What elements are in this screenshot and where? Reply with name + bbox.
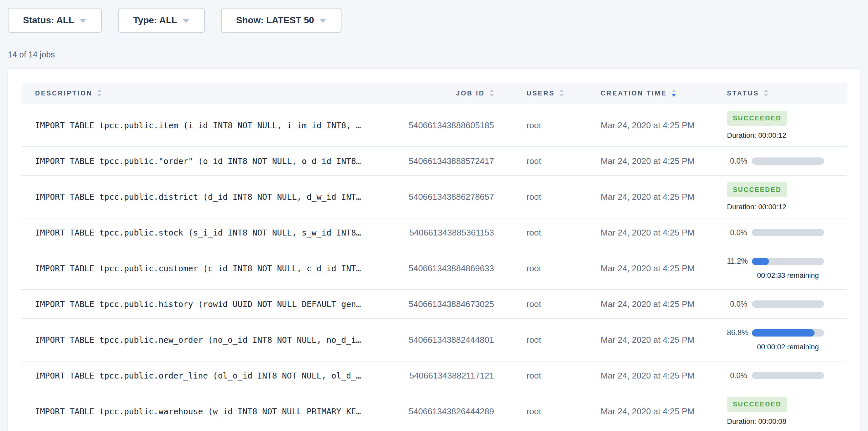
job-description: IMPORT TABLE tpcc.public."order" (o_id I… (21, 156, 405, 166)
progress-track (752, 157, 824, 165)
progress-track (752, 372, 824, 379)
progress-bar: 0.0% (727, 157, 831, 166)
job-description: IMPORT TABLE tpcc.public.district (d_id … (21, 192, 405, 202)
column-header-creation_time[interactable]: CREATION TIME (601, 90, 727, 97)
progress-track (752, 258, 824, 265)
job-description: IMPORT TABLE tpcc.public.customer (c_id … (21, 264, 405, 273)
job-id: 540661343888572417 (405, 156, 527, 166)
column-label: JOB ID (456, 90, 485, 97)
column-label: STATUS (727, 90, 759, 97)
column-header-description[interactable]: DESCRIPTION (21, 90, 405, 97)
table-row: IMPORT TABLE tpcc.public.customer (c_id … (21, 247, 847, 290)
table-row: IMPORT TABLE tpcc.public.new_order (no_o… (21, 319, 847, 362)
chevron-down-icon (80, 19, 87, 23)
job-user: root (527, 299, 601, 309)
progress-bar: 0.0% (727, 228, 831, 237)
filters-bar: Status: ALL Type: ALL Show: LATEST 50 (0, 0, 868, 33)
column-header-job_id[interactable]: JOB ID (405, 90, 527, 97)
sort-desc-icon (559, 94, 564, 97)
progress-bar: 0.0% (727, 300, 831, 309)
sort-icon (672, 89, 676, 97)
job-user: root (527, 264, 601, 274)
job-creation-time: Mar 24, 2020 at 4:25 PM (601, 228, 727, 238)
table-row: IMPORT TABLE tpcc.public.history (rowid … (21, 290, 847, 319)
job-user: root (527, 406, 601, 417)
chevron-down-icon (319, 19, 327, 23)
sort-asc-icon (490, 89, 494, 92)
job-description: IMPORT TABLE tpcc.public.stock (s_i_id I… (21, 228, 405, 238)
sort-desc-icon (490, 94, 494, 97)
job-id: 540661343888605185 (405, 120, 527, 130)
progress-percent: 0.0% (727, 157, 752, 166)
jobs-table-card: DESCRIPTION JOB ID USERS CREATION TIME S… (8, 69, 860, 431)
filter-label: Type: ALL (133, 15, 177, 26)
table-row: IMPORT TABLE tpcc.public.order_line (ol_… (21, 362, 847, 390)
column-label: CREATION TIME (601, 90, 667, 97)
job-description: IMPORT TABLE tpcc.public.new_order (no_o… (21, 335, 405, 345)
status-detail: Duration: 00:00:12 (727, 131, 831, 140)
table-row: IMPORT TABLE tpcc.public."order" (o_id I… (21, 147, 847, 176)
job-status: 86.8% 00:00:02 remaining (727, 328, 831, 351)
job-description: IMPORT TABLE tpcc.public.history (rowid … (21, 300, 405, 309)
status-detail: Duration: 00:00:08 (727, 417, 831, 426)
job-id: 540661343884869633 (405, 264, 527, 274)
status-detail: Duration: 00:00:12 (727, 203, 831, 211)
sort-asc-icon (672, 89, 676, 92)
job-description: IMPORT TABLE tpcc.public.order_line (ol_… (21, 371, 405, 380)
filter-dropdown-status[interactable]: Status: ALL (8, 8, 102, 33)
job-id: 540661343886278657 (405, 192, 527, 202)
job-description: IMPORT TABLE tpcc.public.item (i_id INT8… (21, 121, 405, 130)
table-row: IMPORT TABLE tpcc.public.district (d_id … (21, 176, 847, 218)
job-id: 540661343885361153 (405, 228, 527, 238)
job-id: 540661343884673025 (405, 299, 527, 309)
job-user: root (527, 371, 601, 381)
status-detail: 00:00:02 remaining (752, 343, 824, 351)
sort-asc-icon (559, 89, 564, 92)
job-creation-time: Mar 24, 2020 at 4:25 PM (601, 335, 727, 345)
job-creation-time: Mar 24, 2020 at 4:25 PM (601, 264, 727, 274)
status-detail: 00:02:33 remaining (752, 271, 824, 280)
job-creation-time: Mar 24, 2020 at 4:25 PM (601, 156, 727, 166)
filter-dropdown-type[interactable]: Type: ALL (118, 8, 205, 33)
progress-percent: 0.0% (727, 300, 752, 309)
progress-percent: 11.2% (727, 257, 752, 266)
job-creation-time: Mar 24, 2020 at 4:25 PM (601, 406, 727, 417)
job-id: 540661343882117121 (405, 371, 527, 381)
sort-desc-icon (672, 94, 676, 97)
sort-asc-icon (97, 89, 102, 92)
progress-bar: 86.8% (727, 328, 831, 337)
job-id: 540661343882444801 (405, 335, 527, 345)
filter-dropdown-show[interactable]: Show: LATEST 50 (221, 8, 342, 33)
job-status: 0.0% (727, 228, 831, 237)
jobs-table-body: IMPORT TABLE tpcc.public.item (i_id INT8… (21, 104, 847, 431)
column-label: DESCRIPTION (35, 90, 93, 97)
status-badge: SUCCEEDED (727, 182, 787, 197)
column-label: USERS (527, 90, 555, 97)
job-status: 0.0% (727, 157, 831, 166)
job-status: 11.2% 00:02:33 remaining (727, 257, 831, 280)
sort-asc-icon (764, 89, 768, 92)
job-creation-time: Mar 24, 2020 at 4:25 PM (601, 120, 727, 130)
sort-icon (764, 89, 768, 97)
progress-fill (752, 258, 769, 265)
job-status: SUCCEEDED Duration: 00:00:12 (727, 182, 831, 211)
sort-desc-icon (764, 94, 768, 97)
sort-desc-icon (97, 94, 102, 97)
sort-icon (559, 89, 564, 97)
progress-track (752, 229, 824, 236)
job-creation-time: Mar 24, 2020 at 4:25 PM (601, 192, 727, 202)
progress-bar: 0.0% (727, 371, 831, 380)
job-user: root (527, 120, 601, 130)
jobs-count-summary: 14 of 14 jobs (8, 50, 868, 59)
table-row: IMPORT TABLE tpcc.public.item (i_id INT8… (21, 104, 847, 147)
table-row: IMPORT TABLE tpcc.public.warehouse (w_id… (21, 390, 847, 431)
job-status: 0.0% (727, 300, 831, 309)
job-creation-time: Mar 24, 2020 at 4:25 PM (601, 299, 727, 309)
filter-label: Status: ALL (23, 15, 74, 26)
progress-percent: 86.8% (727, 328, 752, 337)
progress-percent: 0.0% (727, 371, 752, 380)
job-user: root (527, 335, 601, 345)
column-header-users[interactable]: USERS (527, 90, 601, 97)
column-header-status[interactable]: STATUS (727, 90, 831, 97)
job-status: SUCCEEDED Duration: 00:00:08 (727, 397, 831, 426)
